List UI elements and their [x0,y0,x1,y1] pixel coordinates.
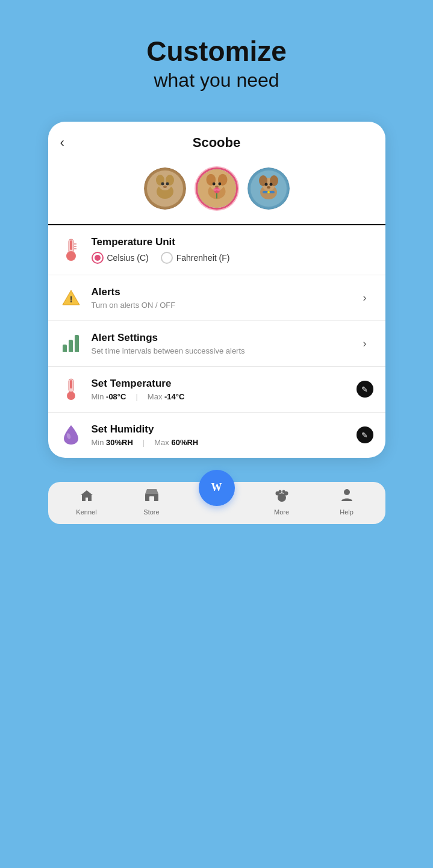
celsius-radio[interactable] [92,252,104,264]
nav-kennel[interactable]: Kennel [69,489,105,516]
svg-text:!: ! [69,295,72,304]
page-subtitle: what you need [146,69,287,92]
svg-rect-44 [149,496,154,501]
alert-triangle-icon: ! [60,287,82,308]
svg-point-26 [269,183,272,186]
temp-max: Max -14°C [148,392,185,401]
back-button[interactable]: ‹ [60,135,64,151]
celsius-radio-inner [95,255,101,261]
temperature-edit-icon: ✎ [357,381,373,398]
svg-point-48 [278,490,281,493]
svg-point-32 [66,251,76,261]
settings-set-temperature[interactable]: Set Temperature Min -08°C | Max -14°C ✎ [48,367,385,413]
svg-rect-31 [70,240,72,250]
temperature-values: Min -08°C | Max -14°C [92,392,347,401]
svg-point-40 [67,392,75,400]
app-card: ‹ Scoobe [48,122,385,458]
svg-point-6 [166,182,169,185]
alert-settings-content: Alert Settings Set time intervals betwee… [92,332,347,355]
help-label: Help [340,508,354,516]
bar-chart-visual [63,335,79,352]
pet-avatars [48,161,385,224]
store-icon [144,488,160,506]
fahrenheit-option[interactable]: Fahrenheit (F) [161,252,230,264]
settings-list: Temperature Unit Celsius (C) Fahrenheit … [48,225,385,458]
celsius-option[interactable]: Celsius (C) [92,252,149,264]
temperature-unit-content: Temperature Unit Celsius (C) Fahrenheit … [92,236,373,264]
help-person-icon [340,488,354,506]
set-humidity-label: Set Humidity [92,423,347,436]
pet-avatar-1[interactable] [144,167,186,210]
card-header: ‹ Scoobe [48,122,385,161]
settings-temperature-unit[interactable]: Temperature Unit Celsius (C) Fahrenheit … [48,225,385,275]
celsius-label: Celsius (C) [107,253,149,263]
thermometer-icon [60,239,82,261]
svg-point-13 [212,182,215,185]
svg-point-7 [163,186,167,188]
more-label: More [274,508,289,516]
humidity-edit-button[interactable]: ✎ [357,426,373,443]
humidity-max: Max 60%RH [154,438,198,447]
settings-set-humidity[interactable]: Set Humidity Min 30%RH | Max 60%RH ✎ [48,413,385,458]
alerts-desc: Turn on alerts ON / OFF [92,301,347,310]
humidity-edit-icon: ✎ [357,426,373,443]
alerts-chevron[interactable]: › [357,289,373,306]
fahrenheit-label: Fahrenheit (F) [176,253,230,263]
humidity-separator: | [143,438,145,447]
svg-rect-39 [70,380,72,389]
alerts-label: Alerts [92,286,347,298]
humidity-drop-icon [60,424,82,446]
svg-point-25 [264,183,267,186]
nav-help[interactable]: Help [329,488,365,516]
pet-avatar-2[interactable] [196,167,238,210]
bottom-nav-wrapper: Kennel Store [48,482,385,524]
center-fab-icon: W [211,481,222,494]
humidity-min: Min 30%RH [92,438,133,447]
temperature-edit-button[interactable]: ✎ [357,381,373,398]
nav-more[interactable]: More [264,488,300,516]
page-header: Customize what you need [134,0,299,110]
set-humidity-content: Set Humidity Min 30%RH | Max 60%RH [92,423,347,447]
kennel-label: Kennel [76,508,96,516]
more-paw-icon [274,488,290,506]
temp-min: Min -08°C [92,392,126,401]
set-temperature-label: Set Temperature [92,378,347,390]
fahrenheit-radio[interactable] [161,252,173,264]
radio-group: Celsius (C) Fahrenheit (F) [92,252,373,264]
set-temperature-content: Set Temperature Min -08°C | Max -14°C [92,378,347,401]
settings-alerts[interactable]: ! Alerts Turn on alerts ON / OFF › [48,275,385,321]
svg-point-27 [267,186,270,189]
bar-chart-icon [60,333,82,354]
svg-marker-42 [81,490,93,501]
alert-settings-label: Alert Settings [92,332,347,344]
alert-settings-chevron[interactable]: › [357,335,373,352]
svg-point-50 [344,489,350,495]
svg-point-29 [267,191,270,193]
bottom-nav: Kennel Store [48,482,385,524]
store-label: Store [143,508,159,516]
svg-point-5 [161,182,164,185]
svg-point-49 [282,490,285,493]
nav-store[interactable]: Store [134,488,170,516]
temp-separator: | [136,392,137,401]
humidity-values: Min 30%RH | Max 60%RH [92,438,347,447]
temperature-unit-label: Temperature Unit [92,236,373,248]
settings-alert-settings[interactable]: Alert Settings Set time intervals betwee… [48,321,385,367]
alert-settings-desc: Set time intervals between successive al… [92,346,347,355]
svg-point-19 [217,189,220,191]
kennel-icon [79,489,94,506]
nav-center-fab[interactable]: W [199,470,235,506]
card-pet-name: Scoobe [193,135,240,151]
svg-point-18 [213,189,217,191]
pet-avatar-3[interactable] [248,167,290,210]
page-title: Customize [146,36,287,67]
set-temp-thermometer-icon [60,378,82,400]
alerts-content: Alerts Turn on alerts ON / OFF [92,286,347,310]
svg-point-14 [218,182,221,185]
